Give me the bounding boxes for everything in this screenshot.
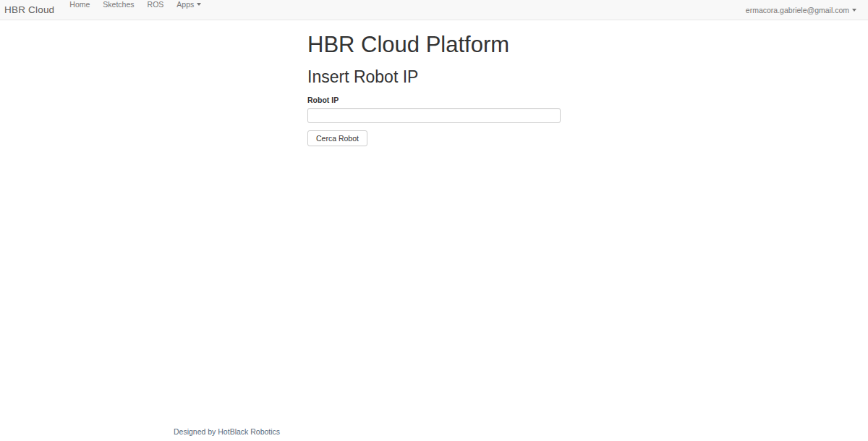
robot-ip-label: Robot IP [307,96,561,104]
main-nav: Home Sketches ROS Apps [63,0,208,20]
designed-by-link[interactable]: Designed by HotBlack Robotics [174,427,280,436]
search-robot-button[interactable]: Cerca Robot [307,130,367,146]
main-content: HBR Cloud Platform Insert Robot IP Robot… [307,20,561,146]
brand-link[interactable]: HBR Cloud [4,4,54,15]
caret-down-icon [852,9,856,12]
robot-ip-input[interactable] [307,108,561,123]
robot-ip-form: Robot IP Cerca Robot [307,96,561,146]
nav-item-apps-dropdown[interactable]: Apps [170,0,208,9]
nav-item-home[interactable]: Home [63,0,96,9]
section-title: Insert Robot IP [307,68,561,86]
page-footer: Designed by HotBlack Robotics [174,427,280,436]
nav-item-apps-label: Apps [176,0,194,9]
user-email-label: ermacora.gabriele@gmail.com [746,6,849,14]
caret-down-icon [197,3,201,6]
nav-item-ros[interactable]: ROS [141,0,171,9]
nav-item-sketches[interactable]: Sketches [96,0,140,9]
page-title: HBR Cloud Platform [307,33,561,57]
top-navbar: HBR Cloud Home Sketches ROS Apps ermacor… [0,0,868,20]
user-menu-dropdown[interactable]: ermacora.gabriele@gmail.com [746,6,856,14]
